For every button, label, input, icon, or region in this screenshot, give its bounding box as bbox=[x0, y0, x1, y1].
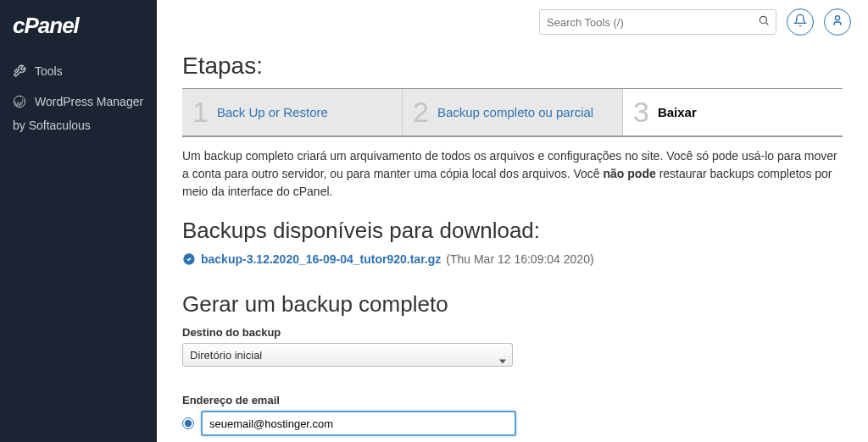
content: Etapas: 1 Back Up or Restore 2 Backup co… bbox=[157, 44, 868, 442]
step-number: 2 bbox=[413, 96, 429, 129]
email-radio-row bbox=[182, 411, 843, 436]
check-circle-icon bbox=[182, 252, 196, 266]
account-button[interactable] bbox=[824, 8, 851, 36]
email-input[interactable] bbox=[201, 411, 516, 436]
backup-download-link[interactable]: backup-3.12.2020_16-09-04_tutor920.tar.g… bbox=[201, 252, 441, 266]
wordpress-icon bbox=[13, 95, 26, 108]
sidebar-item-label: Tools bbox=[35, 64, 63, 78]
destination-select-wrap: Diretório inicial bbox=[182, 343, 513, 380]
sidebar-sublabel: by Softaculous bbox=[0, 117, 157, 141]
main: Etapas: 1 Back Up or Restore 2 Backup co… bbox=[157, 0, 868, 442]
sidebar-item-tools[interactable]: Tools bbox=[0, 56, 157, 86]
bell-icon bbox=[793, 14, 807, 30]
email-label: Endereço de email bbox=[182, 394, 843, 406]
backup-item: backup-3.12.2020_16-09-04_tutor920.tar.g… bbox=[182, 252, 843, 266]
sidebar: cPanel Tools WordPress Manager by Softac… bbox=[0, 0, 157, 442]
steps-bar: 1 Back Up or Restore 2 Backup completo o… bbox=[182, 88, 843, 137]
step-label: Baixar bbox=[658, 105, 697, 119]
svg-point-2 bbox=[835, 16, 839, 20]
user-icon bbox=[831, 14, 844, 30]
backup-date: (Thu Mar 12 16:09:04 2020) bbox=[446, 252, 593, 266]
search-box bbox=[539, 9, 776, 35]
step-number: 3 bbox=[633, 96, 649, 129]
step-download[interactable]: 3 Baixar bbox=[623, 89, 843, 135]
step-label: Back Up or Restore bbox=[217, 105, 328, 119]
step-backup-restore[interactable]: 1 Back Up or Restore bbox=[182, 89, 403, 135]
search-icon bbox=[758, 14, 770, 30]
sidebar-item-label: WordPress Manager bbox=[35, 95, 143, 108]
wrench-icon bbox=[13, 64, 26, 78]
email-notify-radio[interactable] bbox=[182, 417, 194, 429]
step-number: 1 bbox=[192, 96, 209, 129]
steps-title: Etapas: bbox=[182, 52, 843, 80]
generate-backup-title: Gerar um backup completo bbox=[182, 291, 843, 318]
available-backups-title: Backups disponíveis para download: bbox=[182, 218, 843, 244]
step-full-partial[interactable]: 2 Backup completo ou parcial bbox=[403, 89, 623, 135]
search-input[interactable] bbox=[539, 9, 776, 35]
svg-point-1 bbox=[760, 16, 766, 23]
destination-label: Destino do backup bbox=[182, 326, 843, 339]
destination-select[interactable]: Diretório inicial bbox=[182, 343, 513, 367]
logo-text: cPanel bbox=[13, 13, 79, 38]
logo: cPanel bbox=[0, 0, 157, 56]
notifications-button[interactable] bbox=[787, 8, 814, 36]
sidebar-item-wordpress[interactable]: WordPress Manager bbox=[0, 86, 157, 117]
description-text: Um backup completo criará um arquivament… bbox=[182, 147, 843, 201]
topbar bbox=[157, 0, 868, 44]
step-label: Backup completo ou parcial bbox=[437, 105, 593, 119]
